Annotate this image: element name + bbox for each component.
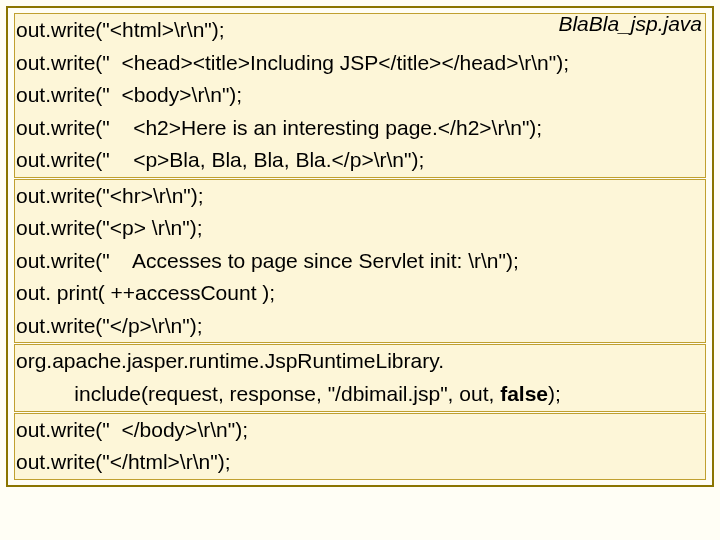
code-line: include(request, response, "/dbimail.jsp…	[16, 378, 704, 411]
code-line: out.write("<p> \r\n");	[16, 212, 704, 245]
code-line: out.write(" Accesses to page since Servl…	[16, 245, 704, 278]
code-line: org.apache.jasper.runtime.JspRuntimeLibr…	[16, 345, 704, 378]
code-line: out. print( ++accessCount );	[16, 277, 704, 310]
code-section-4: out.write(" </body>\r\n"); out.write("</…	[14, 413, 706, 480]
code-text: );	[548, 382, 561, 405]
code-line: out.write("</p>\r\n");	[16, 310, 704, 343]
code-line: out.write(" </body>\r\n");	[16, 414, 704, 447]
code-bold: false	[500, 382, 548, 405]
slide: BlaBla_jsp.java out.write("<html>\r\n");…	[0, 0, 720, 540]
code-section-1: out.write("<html>\r\n"); out.write(" <he…	[14, 13, 706, 178]
code-line: out.write(" <p>Bla, Bla, Bla, Bla.</p>\r…	[16, 144, 704, 177]
code-box: BlaBla_jsp.java out.write("<html>\r\n");…	[6, 6, 714, 487]
code-section-3: org.apache.jasper.runtime.JspRuntimeLibr…	[14, 344, 706, 411]
code-line: out.write(" <head><title>Including JSP</…	[16, 47, 704, 80]
code-line: out.write(" <body>\r\n");	[16, 79, 704, 112]
filename-label: BlaBla_jsp.java	[558, 12, 702, 36]
code-line: out.write(" <h2>Here is an interesting p…	[16, 112, 704, 145]
code-section-2: out.write("<hr>\r\n"); out.write("<p> \r…	[14, 179, 706, 344]
code-line: out.write("</html>\r\n");	[16, 446, 704, 479]
code-text: include(request, response, "/dbimail.jsp…	[16, 382, 500, 405]
code-line: out.write("<hr>\r\n");	[16, 180, 704, 213]
